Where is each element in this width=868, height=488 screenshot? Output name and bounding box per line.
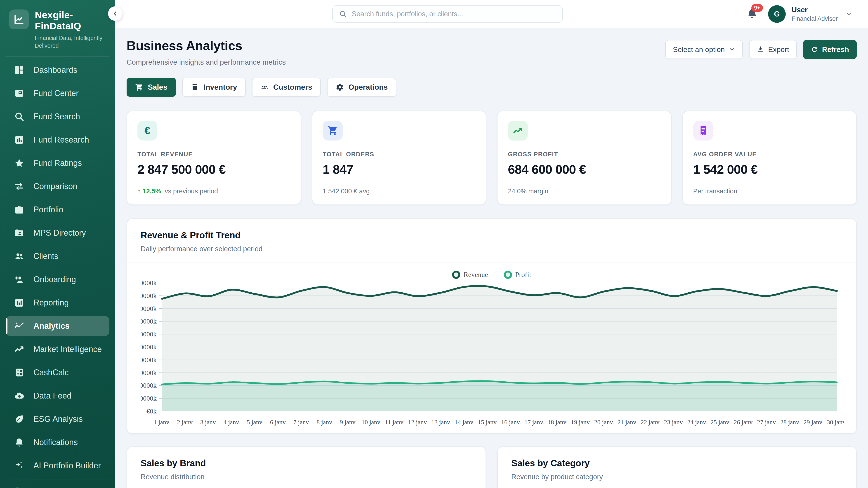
svg-text:6 janv.: 6 janv.: [270, 419, 287, 426]
sidebar-item-label: Notifications: [33, 437, 78, 447]
sidebar-item-notifications[interactable]: Notifications: [6, 432, 110, 452]
legend-item-revenue[interactable]: Revenue: [452, 271, 488, 279]
tab-sales[interactable]: Sales: [127, 78, 176, 97]
page-header: Business Analytics Comprehensive insight…: [127, 38, 857, 66]
sidebar-item-onboarding[interactable]: Onboarding: [6, 269, 110, 289]
svg-text:22 janv.: 22 janv.: [641, 419, 660, 426]
legend-swatch: [504, 271, 512, 279]
topbar-right: 9+ G User Financial Adviser: [746, 5, 852, 23]
svg-text:€40000k: €40000k: [141, 356, 157, 363]
sidebar-nav: DashboardsFund CenterFund SearchFund Res…: [6, 60, 110, 479]
sidebar-item-comparison[interactable]: Comparison: [6, 176, 110, 196]
kpi-sub: 1 542 000 € avg: [323, 188, 475, 195]
sidebar-item-label: CashCalc: [33, 368, 69, 377]
svg-text:23 janv.: 23 janv.: [664, 419, 684, 426]
svg-text:€50000k: €50000k: [141, 343, 157, 351]
svg-text:16 janv.: 16 janv.: [501, 419, 521, 426]
legend-label: Revenue: [463, 271, 488, 279]
svg-text:5 janv.: 5 janv.: [247, 419, 264, 426]
sidebar-item-label: AI Portfolio Builder: [33, 461, 101, 470]
sidebar-item-logout[interactable]: Logout: [6, 482, 110, 488]
leaf-icon: [13, 414, 25, 425]
sidebar-item-label: Onboarding: [33, 275, 76, 284]
tab-label: Customers: [273, 83, 312, 92]
svg-text:3 janv.: 3 janv.: [200, 419, 217, 426]
sidebar-item-dashboards[interactable]: Dashboards: [6, 60, 110, 80]
sidebar-item-esg-analysis[interactable]: ESG Analysis: [6, 409, 110, 429]
tab-customers[interactable]: Customers: [252, 78, 321, 97]
brand-tagline: Financial Data, Intelligently Delivered: [35, 34, 107, 50]
svg-text:€60000k: €60000k: [141, 330, 157, 338]
wallet-icon: [13, 88, 25, 99]
svg-text:€90000k: €90000k: [141, 292, 157, 299]
tab-operations[interactable]: Operations: [327, 78, 396, 97]
svg-text:12 janv.: 12 janv.: [408, 419, 428, 426]
svg-text:4 janv.: 4 janv.: [223, 419, 240, 426]
category-card-header: Sales by Category Revenue by product cat…: [498, 447, 856, 488]
svg-text:€10000k: €10000k: [141, 394, 157, 402]
user-menu[interactable]: G User Financial Adviser: [768, 5, 852, 23]
analytics-icon: [13, 320, 25, 332]
sidebar-item-ai-portfolio-builder[interactable]: AI Portfolio Builder: [6, 456, 110, 476]
kpi-value: 1 847: [323, 162, 475, 177]
cloud-icon: [13, 390, 25, 401]
sidebar-item-fund-research[interactable]: Fund Research: [6, 130, 110, 150]
kpi-note: 24.0% margin: [508, 188, 548, 195]
sidebar-item-mps-directory[interactable]: MPS Directory: [6, 223, 110, 243]
sidebar-item-data-feed[interactable]: Data Feed: [6, 386, 110, 406]
svg-text:€100000k: €100000k: [141, 281, 157, 287]
sidebar-item-fund-ratings[interactable]: Fund Ratings: [6, 153, 110, 173]
chartbox-icon: [13, 134, 25, 145]
sidebar-item-fund-search[interactable]: Fund Search: [6, 107, 110, 127]
sidebar-item-analytics[interactable]: Analytics: [6, 316, 110, 336]
kpi-label: TOTAL REVENUE: [137, 151, 290, 158]
svg-text:€80000k: €80000k: [141, 305, 157, 312]
refresh-button[interactable]: Refresh: [803, 40, 857, 59]
user-role: Financial Adviser: [792, 15, 838, 22]
sidebar-item-clients[interactable]: Clients: [6, 246, 110, 266]
brand-card-title: Sales by Brand: [141, 458, 472, 468]
search-input[interactable]: [352, 10, 556, 18]
trending-icon: [13, 344, 25, 355]
legend-item-profit[interactable]: Profit: [504, 271, 531, 279]
svg-text:€20000k: €20000k: [141, 382, 157, 389]
star-icon: [13, 158, 25, 169]
brand: Nexgile-FinDataIQ Financial Data, Intell…: [6, 8, 110, 57]
gear-icon: [336, 83, 344, 91]
svg-text:25 janv.: 25 janv.: [710, 419, 730, 426]
kpi-label: GROSS PROFIT: [508, 151, 661, 158]
tab-inventory[interactable]: Inventory: [182, 78, 246, 97]
sidebar-item-fund-center[interactable]: Fund Center: [6, 84, 110, 103]
tab-label: Sales: [148, 83, 167, 92]
svg-text:24 janv.: 24 janv.: [687, 419, 707, 426]
svg-text:27 janv.: 27 janv.: [757, 419, 777, 426]
svg-text:28 janv.: 28 janv.: [780, 419, 800, 426]
legend-swatch: [452, 271, 460, 279]
sidebar-collapse-button[interactable]: [108, 6, 123, 21]
kpi-note: 1 542 000 € avg: [323, 188, 370, 195]
svg-text:13 janv.: 13 janv.: [431, 419, 451, 426]
page-title: Business Analytics: [127, 38, 286, 53]
content: Business Analytics Comprehensive insight…: [115, 28, 868, 488]
sidebar-item-reporting[interactable]: Reporting: [6, 293, 110, 313]
svg-text:8 janv.: 8 janv.: [316, 419, 333, 426]
notifications-button[interactable]: 9+: [746, 8, 758, 20]
period-select[interactable]: Select an option: [665, 40, 743, 59]
sidebar-item-portfolio[interactable]: Portfolio: [6, 200, 110, 220]
svg-text:1 janv.: 1 janv.: [154, 419, 170, 426]
sidebar-item-label: Portfolio: [33, 205, 63, 215]
global-search[interactable]: [332, 5, 563, 23]
svg-text:2 janv.: 2 janv.: [177, 419, 194, 426]
chevron-down-icon: [845, 11, 852, 18]
compare-icon: [13, 181, 25, 192]
report-icon: [13, 297, 25, 308]
trend-card-header: Revenue & Profit Trend Daily performance…: [127, 219, 856, 263]
main-area: 9+ G User Financial Adviser Business Ana…: [115, 0, 868, 488]
export-button[interactable]: Export: [749, 40, 797, 59]
sidebar-item-label: Clients: [33, 252, 58, 261]
refresh-icon: [811, 46, 818, 53]
export-label: Export: [768, 45, 789, 54]
sidebar-item-cashcalc[interactable]: CashCalc: [6, 363, 110, 383]
sidebar-item-market-intelligence[interactable]: Market Intelligence: [6, 339, 110, 359]
svg-text:29 janv.: 29 janv.: [804, 419, 824, 426]
